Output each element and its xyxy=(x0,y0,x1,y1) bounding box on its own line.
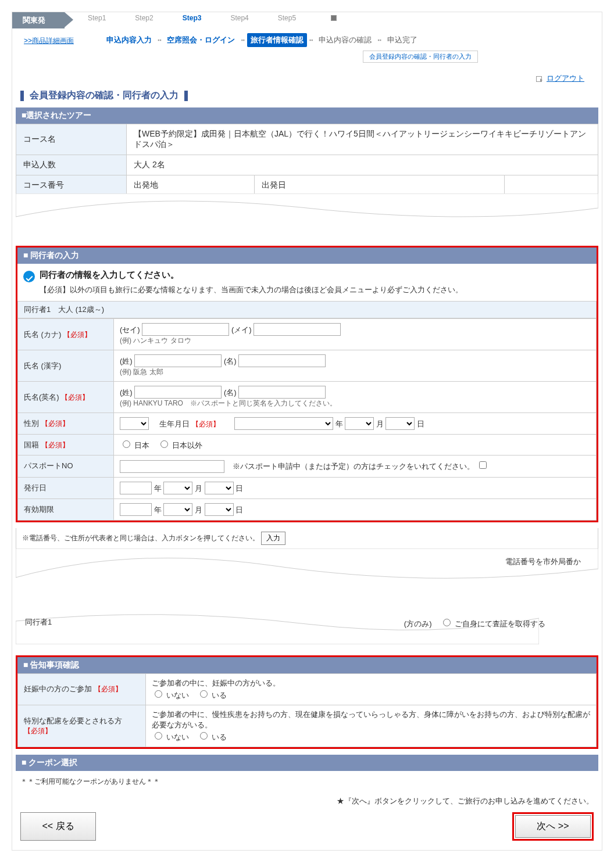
roman-last-label: (姓) xyxy=(120,388,133,397)
step-3-label: Step3 xyxy=(183,14,202,22)
back-button[interactable]: << 戻る xyxy=(20,812,96,841)
special-care-no-option[interactable]: いない xyxy=(152,733,189,741)
issue-day-select[interactable] xyxy=(205,482,234,494)
dob-day-select[interactable] xyxy=(385,417,415,430)
passport-note: ※パスポート申請中（または予定）の方はチェックをいれてください。 xyxy=(233,462,474,471)
required-badge: 【必須】 xyxy=(41,441,69,449)
tour-table: コース名 【WEB予約限定】成田発｜日本航空（JAL）で行く！ハワイ5日間＜ハイ… xyxy=(16,124,598,196)
logout-icon xyxy=(536,76,542,82)
dob-month-select[interactable] xyxy=(345,417,374,430)
roman-example: (例) HANKYU TARO ※パスポートと同じ英名を入力してください。 xyxy=(120,399,337,407)
kanji-first-label: (名) xyxy=(224,357,237,365)
expiry-label: 有効期限 xyxy=(24,505,54,514)
month-label: 月 xyxy=(376,419,384,428)
companion-row2-right: ご自身にて査証を取得する xyxy=(455,619,545,628)
pregnancy-yes-radio[interactable] xyxy=(200,690,208,698)
step-4-label: Step4 xyxy=(230,14,248,22)
expiry-year-input[interactable] xyxy=(120,503,152,516)
copy-info-button[interactable]: 入力 xyxy=(261,532,285,545)
back-to-product-link[interactable]: >>商品詳細画面 xyxy=(24,35,74,46)
coupon-none-text: ＊＊ご利用可能なクーポンがありません＊＊ xyxy=(12,771,602,792)
footer-note: ★『次へ』ボタンをクリックして、ご旅行のお申し込みを進めてください。 xyxy=(12,792,602,810)
issue-label: 発行日 xyxy=(24,483,47,492)
kana-mei-input[interactable] xyxy=(254,323,341,336)
special-care-yes-radio[interactable] xyxy=(200,732,208,740)
courseno-label: コース番号 xyxy=(16,175,127,196)
special-care-yes-option[interactable]: いる xyxy=(197,733,227,741)
gender-select[interactable] xyxy=(120,417,149,430)
passport-input[interactable] xyxy=(120,460,224,473)
companion-row2-left: 同行者1 xyxy=(25,617,52,629)
special-care-label: 特別な配慮を必要とされる方 xyxy=(24,716,122,725)
year-label: 年 xyxy=(335,419,343,428)
next-button-highlight: 次へ >> xyxy=(512,812,594,841)
required-badge: 【必須】 xyxy=(94,685,122,693)
companion-info-title: 同行者の情報を入力してください。 xyxy=(40,270,179,281)
required-badge: 【必須】 xyxy=(24,727,52,735)
step-5-label: Step5 xyxy=(278,14,296,22)
torn-text: 電話番号を市外局番か xyxy=(505,557,581,567)
pregnancy-yes-option[interactable]: いる xyxy=(197,691,227,700)
pregnancy-label: 妊娠中の方のご参加 xyxy=(24,684,92,693)
check-icon xyxy=(23,271,35,282)
depart2-label: 出発日 xyxy=(255,175,505,196)
kana-sei-input[interactable] xyxy=(142,323,229,336)
passport-pending-checkbox[interactable] xyxy=(479,461,487,469)
kanji-label: 氏名 (漢字) xyxy=(24,361,61,370)
required-badge: 【必須】 xyxy=(61,393,89,401)
sep-icon: ▪▪ xyxy=(238,37,247,43)
visa-self-radio[interactable] xyxy=(443,619,451,626)
dob-year-select[interactable] xyxy=(234,417,333,430)
sep-icon: ▪▪ xyxy=(307,37,315,43)
pax-label: 申込人数 xyxy=(16,155,127,175)
coupon-section-title: ■ クーポン選択 xyxy=(16,755,598,771)
companion-1-header: 同行者1 大人 (12歳～) xyxy=(17,301,597,318)
nationality-jp-radio[interactable] xyxy=(123,440,130,448)
copy-info-note: ※電話番号、ご住所が代表者と同じ場合は、入力ボタンを押してください。 入力 xyxy=(16,528,598,549)
issue-month-select[interactable] xyxy=(163,482,192,494)
course-label: コース名 xyxy=(16,124,127,155)
nationality-nonjp-option[interactable]: 日本以外 xyxy=(158,441,202,450)
roman-first-label: (名) xyxy=(224,388,237,397)
special-care-text: ご参加者の中に、慢性疾患をお持ちの方、現在健康を損なっていらっしゃる方、身体に障… xyxy=(152,710,590,729)
origin-tab: 関東発 xyxy=(12,12,65,28)
substep-1: 申込内容入力 xyxy=(103,33,155,47)
kanji-first-input[interactable] xyxy=(238,354,326,367)
pregnancy-no-option[interactable]: いない xyxy=(152,691,189,700)
disclosure-highlight-box: ■ 告知事項確認 妊娠中の方のご参加 【必須】 ご参加者の中に、妊娠中の方がいる… xyxy=(16,655,598,749)
step-1-label: Step1 xyxy=(88,14,106,22)
substep-3: 旅行者情報確認 xyxy=(247,33,307,47)
nationality-jp-option[interactable]: 日本 xyxy=(120,441,149,450)
passport-label: パスポートNO xyxy=(24,461,73,470)
kanji-example: (例) 阪急 太郎 xyxy=(120,368,163,376)
companion-highlight-box: ■ 同行者の入力 同行者の情報を入力してください。 【必須】以外の項目も旅行に必… xyxy=(16,246,598,522)
depart-label: 出発地 xyxy=(127,175,255,196)
sep-icon: ▪▪ xyxy=(155,37,163,43)
torn-divider xyxy=(16,193,598,228)
course-value: 【WEB予約限定】成田発｜日本航空（JAL）で行く！ハワイ5日間＜ハイアットリー… xyxy=(127,124,598,155)
roman-first-input[interactable] xyxy=(238,386,326,399)
disclosure-section-title: ■ 告知事項確認 xyxy=(17,657,597,673)
expiry-month-select[interactable] xyxy=(163,503,192,516)
roman-label: 氏名(英名) xyxy=(24,393,59,401)
next-button[interactable]: 次へ >> xyxy=(515,815,591,838)
issue-year-input[interactable] xyxy=(120,482,152,494)
tour-section-title: ■選択されたツアー xyxy=(16,107,598,124)
kanji-last-input[interactable] xyxy=(134,354,222,367)
progress-steps: Step1 Step2 Step3 Step4 Step5 xyxy=(88,12,337,22)
step-2-label: Step2 xyxy=(135,14,153,22)
page-title: 会員登録内容の確認・同行者の入力 xyxy=(12,87,602,104)
special-care-no-radio[interactable] xyxy=(155,732,162,740)
torn-divider: 同行者1 (方のみ) ご自身にて査証を取得する xyxy=(16,612,598,646)
pax-value: 大人 2名 xyxy=(127,155,598,175)
pregnancy-no-radio[interactable] xyxy=(155,690,162,698)
substep-detail-tab: 会員登録内容の確認・同行者の入力 xyxy=(363,51,478,63)
disclosure-table: 妊娠中の方のご参加 【必須】 ご参加者の中に、妊娠中の方がいる。 いない いる … xyxy=(17,673,597,747)
roman-last-input[interactable] xyxy=(134,386,222,399)
expiry-day-select[interactable] xyxy=(205,503,234,516)
substep-5: 申込完了 xyxy=(384,33,421,47)
logout-link[interactable]: ログアウト xyxy=(547,74,584,83)
nationality-nonjp-radio[interactable] xyxy=(160,440,168,448)
pregnancy-text: ご参加者の中に、妊娠中の方がいる。 xyxy=(152,679,280,687)
substep-4: 申込内容の確認 xyxy=(315,33,375,47)
